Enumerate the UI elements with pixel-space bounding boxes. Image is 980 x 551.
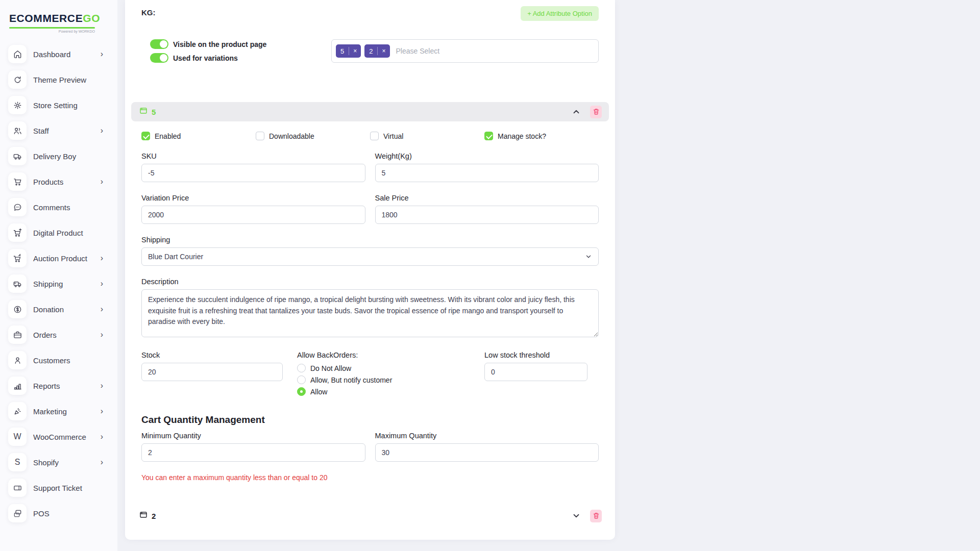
sale-price-input[interactable] — [375, 206, 599, 224]
users-icon — [8, 121, 27, 140]
sku-input[interactable] — [141, 164, 365, 182]
selected-option-tag: 2 × — [364, 44, 389, 58]
ticket-icon — [8, 479, 27, 497]
shipping-select[interactable]: Blue Dart Courier — [141, 247, 599, 266]
variation-price-input[interactable] — [141, 206, 365, 224]
toggle-label: Used for variations — [173, 54, 238, 62]
chevron-right-icon: › — [101, 254, 103, 262]
expand-chevron-down-icon[interactable] — [572, 511, 581, 520]
cart-icon — [8, 172, 27, 191]
chevron-down-icon — [585, 253, 592, 260]
sidebar-item-digital-product[interactable]: Digital Product — [0, 220, 117, 245]
attribute-options-multiselect[interactable]: 5 × 2 × Please Select — [331, 39, 599, 63]
delete-variation-button[interactable] — [590, 106, 602, 118]
remove-tag-icon[interactable]: × — [349, 47, 361, 55]
sidebar: ECOMMERCEGO Powered by WORKDO Dashboard … — [0, 0, 117, 551]
stock-input[interactable] — [141, 363, 283, 381]
brand-accent: GO — [83, 12, 100, 24]
variation-title: 2 — [152, 512, 156, 520]
sidebar-menu: Dashboard › Theme Preview Store Setting … — [0, 41, 117, 526]
sidebar-item-orders[interactable]: Orders › — [0, 322, 117, 347]
sidebar-item-support-ticket[interactable]: Support Ticket — [0, 475, 117, 500]
auction-cart-icon — [8, 249, 27, 267]
truck-icon — [8, 147, 27, 165]
toggle-label: Visible on the product page — [173, 40, 266, 48]
gear-icon — [8, 96, 27, 114]
collapse-chevron-up-icon[interactable] — [572, 107, 581, 116]
sale-price-label: Sale Price — [375, 194, 599, 202]
sidebar-item-woocommerce[interactable]: W WooCommerce › — [0, 424, 117, 449]
max-quantity-error-message: You can enter a maximum quantity less th… — [141, 473, 599, 482]
shipping-selected-value: Blue Dart Courier — [148, 253, 203, 261]
enabled-checkbox[interactable] — [141, 132, 150, 140]
sidebar-item-store-setting[interactable]: Store Setting — [0, 92, 117, 118]
cart-quantity-heading: Cart Quantity Management — [141, 414, 599, 425]
attribute-name-label: KG: — [141, 6, 156, 17]
chevron-right-icon: › — [101, 407, 103, 415]
trash-icon — [593, 512, 600, 519]
variation-header[interactable]: 5 — [131, 102, 609, 121]
virtual-checkbox[interactable] — [370, 132, 379, 140]
used-for-variations-toggle[interactable] — [150, 53, 168, 63]
sidebar-item-donation[interactable]: Donation › — [0, 296, 117, 322]
brand-logo[interactable]: ECOMMERCEGO Powered by WORKDO — [0, 0, 117, 33]
add-attribute-option-button[interactable]: + Add Attribute Option — [521, 6, 599, 21]
visible-on-product-page-toggle[interactable] — [150, 39, 168, 49]
sidebar-item-shipping[interactable]: Shipping › — [0, 271, 117, 296]
bar-chart-icon — [8, 377, 27, 395]
sidebar-item-delivery-boy[interactable]: Delivery Boy — [0, 143, 117, 169]
sidebar-item-auction-product[interactable]: Auction Product › — [0, 245, 117, 271]
multiselect-placeholder: Please Select — [396, 47, 440, 55]
comment-icon — [8, 198, 27, 216]
brand-powered-by: Powered by WORKDO — [9, 30, 95, 33]
trash-icon — [593, 108, 600, 115]
chevron-right-icon: › — [101, 382, 103, 390]
backorder-allow-radio[interactable] — [297, 387, 306, 396]
chevron-right-icon: › — [101, 331, 103, 339]
sidebar-item-dashboard[interactable]: Dashboard › — [0, 41, 117, 67]
variation-price-label: Variation Price — [141, 194, 365, 202]
stock-label: Stock — [141, 351, 297, 359]
weight-input[interactable] — [375, 164, 599, 182]
sidebar-item-shopify[interactable]: S Shopify › — [0, 449, 117, 475]
woocommerce-icon: W — [8, 428, 27, 446]
sidebar-item-theme-preview[interactable]: Theme Preview — [0, 67, 117, 92]
variation-card-2: 2 — [131, 506, 609, 525]
variation-card-icon — [139, 511, 148, 521]
minimum-quantity-label: Minimum Quantity — [141, 432, 365, 440]
selected-option-tag: 5 × — [336, 44, 361, 58]
sidebar-item-customers[interactable]: Customers — [0, 347, 117, 373]
chevron-right-icon: › — [101, 433, 103, 441]
sidebar-item-staff[interactable]: Staff › — [0, 118, 117, 143]
shipping-truck-icon — [8, 274, 27, 293]
maximum-quantity-input[interactable] — [375, 443, 599, 462]
backorder-allow-notify-radio[interactable] — [297, 375, 306, 384]
shopify-icon: S — [8, 453, 27, 471]
megaphone-icon — [8, 402, 27, 420]
brand-underline — [9, 27, 95, 29]
sidebar-item-products[interactable]: Products › — [0, 169, 117, 194]
sidebar-item-marketing[interactable]: Marketing › — [0, 398, 117, 424]
cart-plus-icon — [8, 223, 27, 242]
pos-icon — [8, 504, 27, 522]
minimum-quantity-input[interactable] — [141, 443, 365, 462]
refresh-icon — [8, 70, 27, 89]
manage-stock-checkbox[interactable] — [484, 132, 493, 140]
downloadable-checkbox[interactable] — [256, 132, 264, 140]
variation-title: 5 — [152, 108, 156, 116]
description-textarea[interactable]: Experience the succulent indulgence of r… — [141, 289, 599, 337]
low-stock-threshold-input[interactable] — [484, 363, 587, 381]
sidebar-item-reports[interactable]: Reports › — [0, 373, 117, 398]
sidebar-item-pos[interactable]: POS — [0, 500, 117, 526]
chevron-right-icon: › — [101, 127, 103, 135]
chevron-right-icon: › — [101, 50, 103, 58]
backorder-do-not-allow-radio[interactable] — [297, 364, 306, 372]
variation-header[interactable]: 2 — [131, 506, 609, 525]
sku-label: SKU — [141, 152, 365, 160]
low-stock-threshold-label: Low stock threshold — [484, 351, 599, 359]
sidebar-item-comments[interactable]: Comments — [0, 194, 117, 220]
remove-tag-icon[interactable]: × — [378, 47, 389, 55]
dollar-circle-icon — [8, 300, 27, 318]
chevron-right-icon: › — [101, 280, 103, 288]
delete-variation-button[interactable] — [590, 510, 602, 522]
